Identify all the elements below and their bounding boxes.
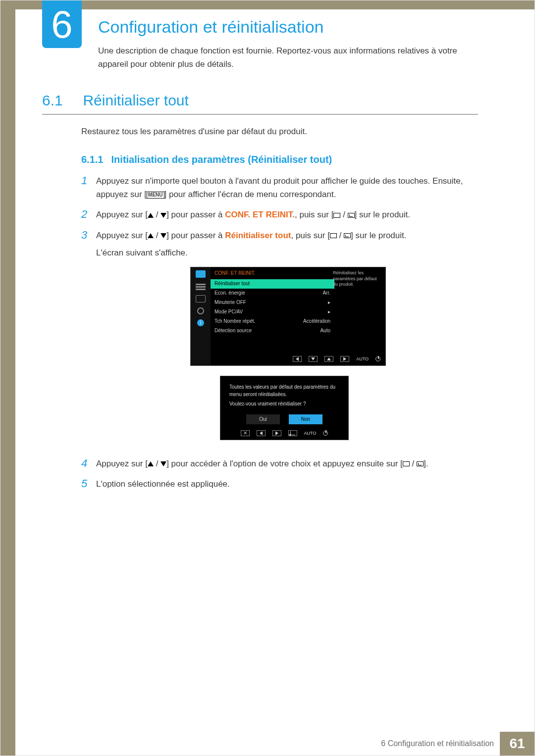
- down-arrow-icon: [160, 233, 166, 238]
- step-text: Appuyez sur [ / ] pour passer à Réinitia…: [96, 229, 478, 450]
- menu-target: Réinitialiser tout: [225, 231, 291, 240]
- osd-row: Tch Nombre répét.Accélération: [211, 317, 334, 326]
- down-button-icon: [309, 356, 318, 362]
- osd-row: Détection sourceAuto: [211, 326, 334, 336]
- step-3: 3 Appuyez sur [ / ] pour passer à Réinit…: [81, 229, 478, 450]
- step-number: 2: [81, 208, 96, 221]
- step-number: 5: [81, 477, 96, 491]
- right-button-icon: [272, 430, 281, 436]
- osd-help-text: Réinitialisez les paramètres par défaut …: [333, 270, 382, 288]
- up-arrow-icon: [148, 213, 154, 218]
- auto-label: AUTO: [304, 430, 317, 437]
- source-icon: [333, 213, 340, 218]
- source-icon: [403, 461, 410, 466]
- step-number: 1: [81, 174, 96, 201]
- up-button-icon: [324, 356, 333, 362]
- chapter-number-badge: 6: [42, 0, 82, 48]
- dialog-line2: Voulez-vous vraiment réinitialiser ?: [229, 400, 339, 407]
- enter-button-icon: [288, 430, 297, 436]
- gear-icon: [197, 307, 204, 314]
- dialog-button-row: ✕ AUTO: [220, 430, 348, 437]
- subsection-title: Initialisation des paramètres (Réinitial…: [111, 154, 332, 165]
- steps-list: 1 Appuyez sur n'importe quel bouton à l'…: [81, 174, 478, 491]
- osd-button-row: AUTO: [293, 355, 380, 362]
- osd-header: CONF. ET REINIT.: [211, 267, 334, 279]
- footer-page-number: 61: [500, 732, 535, 756]
- info-icon: i: [197, 319, 204, 326]
- osd-menu-screenshot: i CONF. ET REINIT. Réinitialiser tout Ec…: [190, 267, 386, 366]
- step-2: 2 Appuyez sur [ / ] pour passer à CONF. …: [81, 208, 478, 221]
- enter-icon: [417, 461, 424, 466]
- up-arrow-icon: [148, 233, 154, 238]
- subsection-heading: 6.1.1 Initialisation des paramètres (Réi…: [81, 154, 478, 165]
- osd-row: Mode PC/AV▸: [211, 307, 334, 317]
- section-rule: [42, 114, 478, 115]
- section-body: Restaurez tous les paramètres d'usine pa…: [81, 127, 478, 498]
- side-accent-bar: [0, 0, 15, 756]
- osd-row: Econ. énergieArr.: [211, 289, 334, 298]
- enter-icon: [344, 233, 351, 238]
- dialog-buttons: Oui Non: [229, 414, 339, 424]
- section-intro: Restaurez tous les paramètres d'usine pa…: [81, 127, 478, 137]
- step-4: 4 Appuyez sur [ / ] pour accéder à l'opt…: [81, 457, 478, 470]
- osd-confirm-dialog: Toutes les valeurs par défaut des paramè…: [220, 376, 349, 440]
- source-icon: [330, 233, 337, 238]
- enter-icon: [348, 213, 355, 218]
- osd-sidebar: i: [191, 267, 211, 365]
- menu-target: CONF. ET REINIT.: [225, 210, 295, 219]
- step-text: Appuyez sur [ / ] pour passer à CONF. ET…: [96, 208, 478, 221]
- page-footer: 6 Configuration et réinitialisation 61: [0, 732, 535, 756]
- subsection-number: 6.1.1: [81, 154, 108, 165]
- down-arrow-icon: [160, 213, 166, 218]
- picture-icon: [196, 270, 206, 278]
- left-button-icon: [257, 430, 266, 436]
- chapter-title: Configuration et réinitialisation: [98, 17, 323, 37]
- step-number: 4: [81, 457, 96, 470]
- section-title: Réinitialiser tout: [83, 92, 188, 109]
- down-arrow-icon: [160, 461, 166, 466]
- step-text: Appuyez sur n'importe quel bouton à l'av…: [96, 174, 478, 201]
- dialog-line1: Toutes les valeurs par défaut des paramè…: [229, 383, 339, 398]
- osd-row-selected: Réinitialiser tout: [211, 279, 334, 289]
- list-icon: [196, 283, 206, 290]
- menu-button-icon: MENU: [147, 192, 164, 199]
- osd-row: Minuterie OFF▸: [211, 298, 334, 307]
- up-arrow-icon: [148, 461, 154, 466]
- step-5: 5 L'option sélectionnée est appliquée.: [81, 477, 478, 491]
- close-button-icon: ✕: [241, 430, 250, 436]
- osd-main: CONF. ET REINIT. Réinitialiser tout Econ…: [211, 267, 334, 336]
- section-heading: 6.1 Réinitialiser tout: [42, 92, 478, 115]
- step-text: L'option sélectionnée est appliquée.: [96, 477, 478, 491]
- right-button-icon: [340, 356, 349, 362]
- size-icon: [196, 295, 206, 302]
- no-button: Non: [289, 414, 322, 424]
- step-text: Appuyez sur [ / ] pour accéder à l'optio…: [96, 457, 478, 470]
- section-number: 6.1: [42, 92, 81, 109]
- step-number: 3: [81, 229, 96, 450]
- power-icon: [375, 356, 380, 361]
- step-1: 1 Appuyez sur n'importe quel bouton à l'…: [81, 174, 478, 201]
- footer-chapter-ref: 6 Configuration et réinitialisation: [381, 739, 494, 748]
- power-icon: [323, 431, 328, 436]
- left-button-icon: [293, 356, 302, 362]
- chapter-description: Une description de chaque fonction est f…: [98, 44, 475, 71]
- auto-label: AUTO: [356, 355, 369, 362]
- yes-button: Oui: [246, 414, 280, 424]
